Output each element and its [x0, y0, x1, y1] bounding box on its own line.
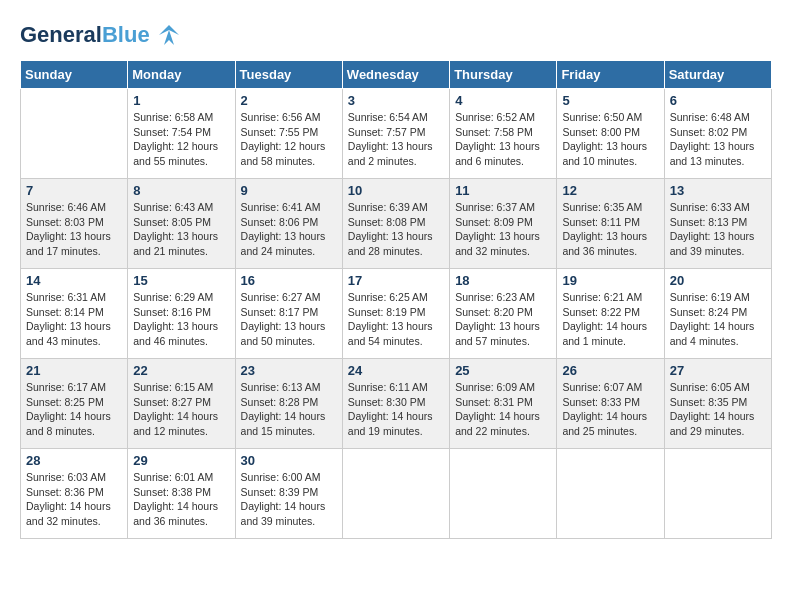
- day-number: 22: [133, 363, 229, 378]
- day-number: 19: [562, 273, 658, 288]
- day-info: Sunrise: 6:58 AM Sunset: 7:54 PM Dayligh…: [133, 110, 229, 169]
- calendar-cell: 10Sunrise: 6:39 AM Sunset: 8:08 PM Dayli…: [342, 179, 449, 269]
- calendar-cell: 25Sunrise: 6:09 AM Sunset: 8:31 PM Dayli…: [450, 359, 557, 449]
- calendar-week-row: 1Sunrise: 6:58 AM Sunset: 7:54 PM Daylig…: [21, 89, 772, 179]
- col-header-wednesday: Wednesday: [342, 61, 449, 89]
- day-number: 15: [133, 273, 229, 288]
- calendar-cell: 9Sunrise: 6:41 AM Sunset: 8:06 PM Daylig…: [235, 179, 342, 269]
- col-header-sunday: Sunday: [21, 61, 128, 89]
- calendar-cell: 7Sunrise: 6:46 AM Sunset: 8:03 PM Daylig…: [21, 179, 128, 269]
- calendar-cell: 26Sunrise: 6:07 AM Sunset: 8:33 PM Dayli…: [557, 359, 664, 449]
- day-info: Sunrise: 6:35 AM Sunset: 8:11 PM Dayligh…: [562, 200, 658, 259]
- col-header-tuesday: Tuesday: [235, 61, 342, 89]
- calendar-header-row: SundayMondayTuesdayWednesdayThursdayFrid…: [21, 61, 772, 89]
- day-info: Sunrise: 6:48 AM Sunset: 8:02 PM Dayligh…: [670, 110, 766, 169]
- day-number: 6: [670, 93, 766, 108]
- col-header-monday: Monday: [128, 61, 235, 89]
- calendar-cell: 13Sunrise: 6:33 AM Sunset: 8:13 PM Dayli…: [664, 179, 771, 269]
- day-number: 27: [670, 363, 766, 378]
- day-number: 16: [241, 273, 337, 288]
- day-number: 23: [241, 363, 337, 378]
- day-info: Sunrise: 6:31 AM Sunset: 8:14 PM Dayligh…: [26, 290, 122, 349]
- calendar-cell: 8Sunrise: 6:43 AM Sunset: 8:05 PM Daylig…: [128, 179, 235, 269]
- calendar-cell: 20Sunrise: 6:19 AM Sunset: 8:24 PM Dayli…: [664, 269, 771, 359]
- day-number: 24: [348, 363, 444, 378]
- day-info: Sunrise: 6:27 AM Sunset: 8:17 PM Dayligh…: [241, 290, 337, 349]
- calendar-cell: 24Sunrise: 6:11 AM Sunset: 8:30 PM Dayli…: [342, 359, 449, 449]
- calendar-cell: 2Sunrise: 6:56 AM Sunset: 7:55 PM Daylig…: [235, 89, 342, 179]
- day-number: 18: [455, 273, 551, 288]
- day-number: 30: [241, 453, 337, 468]
- day-info: Sunrise: 6:37 AM Sunset: 8:09 PM Dayligh…: [455, 200, 551, 259]
- calendar-cell: [342, 449, 449, 539]
- day-info: Sunrise: 6:01 AM Sunset: 8:38 PM Dayligh…: [133, 470, 229, 529]
- day-number: 11: [455, 183, 551, 198]
- col-header-thursday: Thursday: [450, 61, 557, 89]
- calendar-week-row: 28Sunrise: 6:03 AM Sunset: 8:36 PM Dayli…: [21, 449, 772, 539]
- calendar-cell: 28Sunrise: 6:03 AM Sunset: 8:36 PM Dayli…: [21, 449, 128, 539]
- calendar-cell: [557, 449, 664, 539]
- day-info: Sunrise: 6:00 AM Sunset: 8:39 PM Dayligh…: [241, 470, 337, 529]
- day-number: 3: [348, 93, 444, 108]
- day-info: Sunrise: 6:09 AM Sunset: 8:31 PM Dayligh…: [455, 380, 551, 439]
- calendar-cell: 14Sunrise: 6:31 AM Sunset: 8:14 PM Dayli…: [21, 269, 128, 359]
- day-number: 26: [562, 363, 658, 378]
- day-info: Sunrise: 6:21 AM Sunset: 8:22 PM Dayligh…: [562, 290, 658, 349]
- day-info: Sunrise: 6:39 AM Sunset: 8:08 PM Dayligh…: [348, 200, 444, 259]
- day-info: Sunrise: 6:03 AM Sunset: 8:36 PM Dayligh…: [26, 470, 122, 529]
- day-info: Sunrise: 6:50 AM Sunset: 8:00 PM Dayligh…: [562, 110, 658, 169]
- calendar-week-row: 21Sunrise: 6:17 AM Sunset: 8:25 PM Dayli…: [21, 359, 772, 449]
- col-header-saturday: Saturday: [664, 61, 771, 89]
- calendar-cell: 30Sunrise: 6:00 AM Sunset: 8:39 PM Dayli…: [235, 449, 342, 539]
- day-info: Sunrise: 6:07 AM Sunset: 8:33 PM Dayligh…: [562, 380, 658, 439]
- day-number: 5: [562, 93, 658, 108]
- day-info: Sunrise: 6:56 AM Sunset: 7:55 PM Dayligh…: [241, 110, 337, 169]
- day-number: 20: [670, 273, 766, 288]
- calendar-cell: 15Sunrise: 6:29 AM Sunset: 8:16 PM Dayli…: [128, 269, 235, 359]
- calendar-week-row: 7Sunrise: 6:46 AM Sunset: 8:03 PM Daylig…: [21, 179, 772, 269]
- logo: GeneralBlue: [20, 20, 184, 50]
- calendar-week-row: 14Sunrise: 6:31 AM Sunset: 8:14 PM Dayli…: [21, 269, 772, 359]
- calendar-cell: 22Sunrise: 6:15 AM Sunset: 8:27 PM Dayli…: [128, 359, 235, 449]
- day-number: 25: [455, 363, 551, 378]
- day-info: Sunrise: 6:52 AM Sunset: 7:58 PM Dayligh…: [455, 110, 551, 169]
- day-number: 21: [26, 363, 122, 378]
- calendar-cell: 21Sunrise: 6:17 AM Sunset: 8:25 PM Dayli…: [21, 359, 128, 449]
- calendar-cell: 18Sunrise: 6:23 AM Sunset: 8:20 PM Dayli…: [450, 269, 557, 359]
- day-number: 14: [26, 273, 122, 288]
- day-number: 10: [348, 183, 444, 198]
- day-info: Sunrise: 6:41 AM Sunset: 8:06 PM Dayligh…: [241, 200, 337, 259]
- calendar-cell: 6Sunrise: 6:48 AM Sunset: 8:02 PM Daylig…: [664, 89, 771, 179]
- day-number: 13: [670, 183, 766, 198]
- day-number: 28: [26, 453, 122, 468]
- day-number: 12: [562, 183, 658, 198]
- day-number: 2: [241, 93, 337, 108]
- day-info: Sunrise: 6:33 AM Sunset: 8:13 PM Dayligh…: [670, 200, 766, 259]
- day-number: 1: [133, 93, 229, 108]
- calendar-cell: [664, 449, 771, 539]
- calendar-cell: 4Sunrise: 6:52 AM Sunset: 7:58 PM Daylig…: [450, 89, 557, 179]
- calendar-cell: 19Sunrise: 6:21 AM Sunset: 8:22 PM Dayli…: [557, 269, 664, 359]
- logo-icon: [154, 20, 184, 50]
- calendar-cell: 3Sunrise: 6:54 AM Sunset: 7:57 PM Daylig…: [342, 89, 449, 179]
- day-number: 9: [241, 183, 337, 198]
- day-info: Sunrise: 6:43 AM Sunset: 8:05 PM Dayligh…: [133, 200, 229, 259]
- logo-text: GeneralBlue: [20, 23, 150, 47]
- calendar-cell: 11Sunrise: 6:37 AM Sunset: 8:09 PM Dayli…: [450, 179, 557, 269]
- day-number: 7: [26, 183, 122, 198]
- day-number: 29: [133, 453, 229, 468]
- day-info: Sunrise: 6:17 AM Sunset: 8:25 PM Dayligh…: [26, 380, 122, 439]
- calendar-cell: 1Sunrise: 6:58 AM Sunset: 7:54 PM Daylig…: [128, 89, 235, 179]
- calendar-cell: 27Sunrise: 6:05 AM Sunset: 8:35 PM Dayli…: [664, 359, 771, 449]
- calendar-cell: 29Sunrise: 6:01 AM Sunset: 8:38 PM Dayli…: [128, 449, 235, 539]
- page-header: GeneralBlue: [20, 20, 772, 50]
- calendar-table: SundayMondayTuesdayWednesdayThursdayFrid…: [20, 60, 772, 539]
- day-number: 8: [133, 183, 229, 198]
- day-info: Sunrise: 6:25 AM Sunset: 8:19 PM Dayligh…: [348, 290, 444, 349]
- day-info: Sunrise: 6:54 AM Sunset: 7:57 PM Dayligh…: [348, 110, 444, 169]
- day-info: Sunrise: 6:15 AM Sunset: 8:27 PM Dayligh…: [133, 380, 229, 439]
- day-info: Sunrise: 6:19 AM Sunset: 8:24 PM Dayligh…: [670, 290, 766, 349]
- calendar-cell: 23Sunrise: 6:13 AM Sunset: 8:28 PM Dayli…: [235, 359, 342, 449]
- col-header-friday: Friday: [557, 61, 664, 89]
- calendar-cell: [450, 449, 557, 539]
